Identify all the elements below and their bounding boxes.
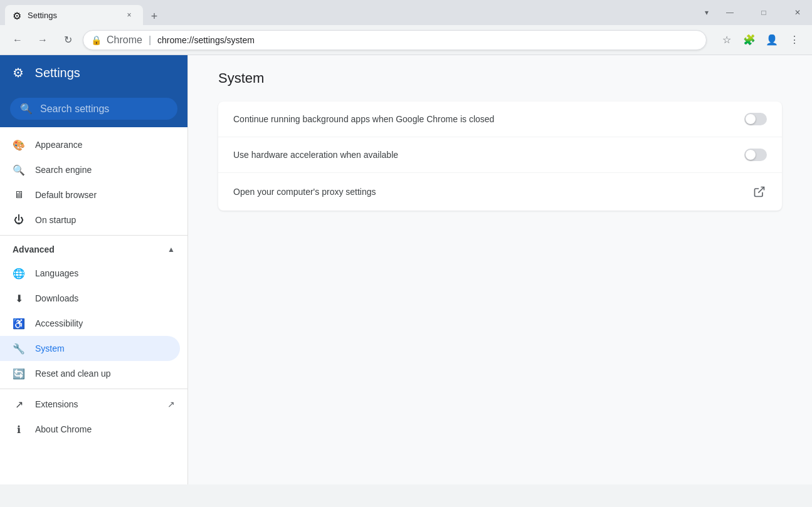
menu-button[interactable]: ⋮ [784, 30, 804, 50]
sidebar-item-appearance[interactable]: 🎨 Appearance [0, 132, 180, 157]
extensions-label: Extensions [35, 399, 78, 409]
extensions-nav-icon: ↗ [13, 398, 25, 410]
active-tab[interactable]: ⚙ Settings × [5, 5, 143, 25]
bookmark-button[interactable]: ☆ [717, 30, 737, 50]
settings-logo: ⚙ [13, 66, 24, 80]
sidebar-header: ⚙ Settings [0, 55, 187, 90]
url-text: chrome://settings/system [157, 35, 255, 45]
about-icon: ℹ [13, 423, 25, 436]
divider-2 [0, 389, 187, 389]
page-title: System [218, 70, 782, 86]
hardware-acceleration-label: Use hardware acceleration when available [233, 150, 744, 160]
accessibility-label: Accessibility [35, 318, 83, 328]
close-button[interactable]: ✕ [783, 3, 812, 23]
tab-favicon: ⚙ [13, 10, 23, 20]
reset-label: Reset and clean up [35, 368, 111, 379]
default-browser-label: Default browser [35, 190, 97, 200]
sidebar-item-accessibility[interactable]: ♿ Accessibility [0, 311, 180, 336]
maximize-button[interactable]: □ [749, 3, 778, 23]
on-startup-icon: ⏻ [13, 214, 25, 226]
reload-button[interactable]: ↻ [58, 30, 78, 50]
sidebar-item-on-startup[interactable]: ⏻ On startup [0, 207, 180, 233]
search-engine-icon: 🔍 [13, 164, 25, 176]
about-label: About Chrome [35, 424, 92, 434]
system-label: System [35, 343, 65, 353]
url-brand: Chrome [107, 34, 142, 46]
forward-button[interactable]: → [33, 30, 53, 50]
system-icon: 🔧 [13, 342, 25, 355]
search-engine-label: Search engine [35, 165, 92, 175]
divider-1 [0, 235, 187, 236]
reset-icon: 🔄 [13, 367, 25, 380]
hardware-acceleration-toggle[interactable] [744, 149, 767, 161]
window-controls: — □ ✕ [715, 3, 812, 23]
system-settings-card: Continue running background apps when Go… [218, 102, 782, 211]
tab-dropper-button[interactable]: ▾ [698, 4, 715, 21]
url-bar[interactable]: 🔒 Chrome | chrome://settings/system [83, 30, 707, 50]
languages-icon: 🌐 [13, 267, 25, 280]
new-tab-button[interactable]: + [145, 8, 163, 25]
background-apps-toggle[interactable] [744, 113, 767, 125]
appearance-icon: 🎨 [13, 139, 25, 151]
svg-line-0 [758, 187, 764, 193]
default-browser-icon: 🖥 [13, 189, 25, 201]
setting-row-background-apps: Continue running background apps when Go… [218, 102, 782, 137]
address-bar: ← → ↻ 🔒 Chrome | chrome://settings/syste… [0, 25, 812, 55]
dropper-icon: ▾ [705, 8, 709, 17]
background-apps-label: Continue running background apps when Go… [233, 114, 744, 124]
setting-row-hardware-acceleration: Use hardware acceleration when available [218, 137, 782, 173]
languages-label: Languages [35, 268, 78, 278]
search-input[interactable] [40, 103, 167, 115]
proxy-external-link-button[interactable] [752, 184, 767, 199]
extensions-button[interactable]: 🧩 [739, 30, 759, 50]
sidebar-item-reset[interactable]: 🔄 Reset and clean up [0, 361, 180, 386]
url-separator: | [149, 34, 151, 46]
sidebar-item-search-engine[interactable]: 🔍 Search engine [0, 157, 180, 182]
accessibility-icon: ♿ [13, 317, 25, 330]
profile-button[interactable]: 👤 [762, 30, 782, 50]
downloads-label: Downloads [35, 293, 78, 303]
setting-row-proxy: Open your computer's proxy settings [218, 173, 782, 211]
settings-search-container: 🔍 [0, 90, 187, 127]
appearance-label: Appearance [35, 140, 83, 150]
toolbar-icons: ☆ 🧩 👤 ⋮ [717, 30, 804, 50]
proxy-label: Open your computer's proxy settings [233, 187, 752, 197]
on-startup-label: On startup [35, 215, 76, 225]
minimize-button[interactable]: — [715, 3, 744, 23]
sidebar-item-default-browser[interactable]: 🖥 Default browser [0, 182, 180, 207]
advanced-section-header[interactable]: Advanced ▲ [0, 238, 187, 261]
back-button[interactable]: ← [8, 30, 28, 50]
downloads-icon: ⬇ [13, 292, 25, 305]
search-icon: 🔍 [20, 103, 33, 115]
sidebar-title: Settings [35, 66, 80, 80]
tab-title: Settings [28, 11, 120, 20]
search-box: 🔍 [10, 98, 177, 120]
sidebar-item-extensions[interactable]: ↗ Extensions ↗ [0, 392, 187, 417]
sidebar: ⚙ Settings 🔍 🎨 Appearance 🔍 Search engin… [0, 55, 188, 484]
content-area: System Continue running background apps … [188, 55, 812, 484]
sidebar-nav: 🎨 Appearance 🔍 Search engine 🖥 Default b… [0, 127, 187, 447]
advanced-chevron-icon: ▲ [167, 245, 175, 254]
sidebar-item-about[interactable]: ℹ About Chrome [0, 417, 180, 442]
sidebar-item-downloads[interactable]: ⬇ Downloads [0, 286, 180, 311]
extensions-external-icon: ↗ [167, 399, 175, 409]
sidebar-item-system[interactable]: 🔧 System [0, 336, 180, 361]
advanced-label: Advanced [13, 244, 55, 254]
sidebar-item-languages[interactable]: 🌐 Languages [0, 261, 180, 286]
tab-close-button[interactable]: × [123, 9, 135, 21]
